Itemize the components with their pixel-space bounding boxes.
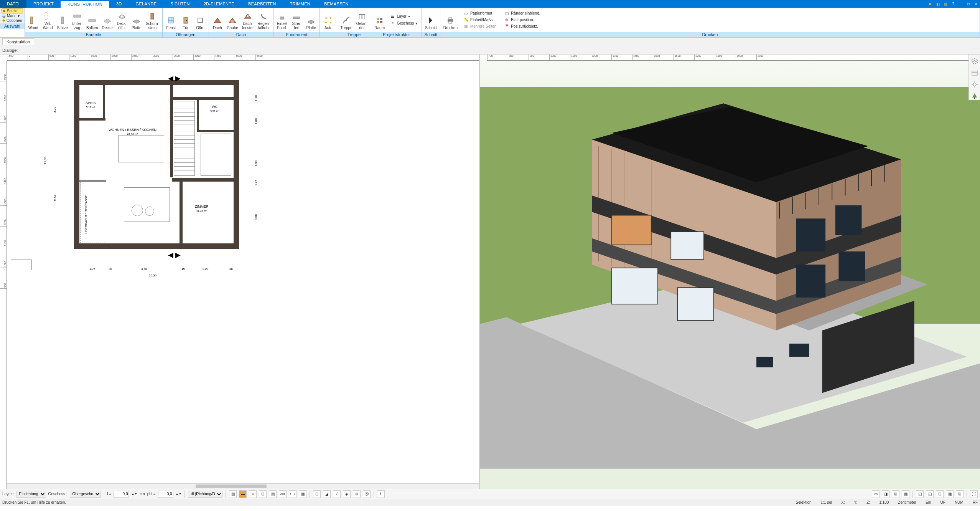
pos-reset-button[interactable]: 📍Pos zurücksetz.	[503, 23, 541, 30]
dim-btn[interactable]: ⟷	[289, 490, 296, 498]
menu-datei[interactable]: DATEI	[0, 0, 26, 8]
3d-pane[interactable]: 7008009001000110012001300140015001600170…	[480, 55, 980, 489]
regenrohr-button[interactable]: Regen- fallrohr	[256, 9, 272, 31]
fenster-button[interactable]: Fenst	[164, 9, 178, 31]
hatch-btn-3[interactable]: ≡	[249, 490, 257, 498]
dialoge-label: Dialoge:	[2, 48, 18, 53]
snap-btn-2[interactable]: ◢	[323, 490, 331, 498]
tuer-button[interactable]: Tür	[179, 9, 193, 31]
selekt-button[interactable]: ➤Selekt	[2, 8, 23, 13]
menu-gelaende[interactable]: GELÄNDE	[129, 0, 164, 8]
menu-trimmen[interactable]: TRIMMEN	[283, 0, 317, 8]
zoom-btn-4[interactable]: ▦	[946, 490, 954, 498]
tree-icon[interactable]	[971, 92, 978, 100]
zoom-btn-3[interactable]: ⊡	[936, 490, 944, 498]
auto-button[interactable]: Auto	[321, 9, 335, 31]
tool-icon-3[interactable]: ▦	[942, 0, 949, 8]
tool-icon-2[interactable]: ◧	[934, 0, 942, 8]
menu-3d[interactable]: 3D	[109, 0, 129, 8]
svg-point-80	[973, 83, 976, 86]
tool-icon[interactable]: ✖	[926, 0, 934, 8]
svg-rect-59	[612, 268, 658, 304]
hatch-btn-5[interactable]: ▤	[269, 490, 277, 498]
oeffnung-button[interactable]: Öffn.	[193, 9, 207, 31]
platte-button[interactable]: Platte	[130, 9, 143, 31]
streifen-button[interactable]: Strei- fen	[290, 9, 303, 31]
abc-btn[interactable]: Abc	[279, 490, 287, 498]
view-btn-1[interactable]: ▭	[872, 490, 880, 498]
zoom-btn-5[interactable]: ⊞	[956, 490, 964, 498]
raender-button[interactable]: ▢Ränder einblend.	[503, 10, 541, 17]
einzelfund-button[interactable]: Einzel Fund.	[275, 9, 289, 31]
schornstein-button[interactable]: Schorn- stein	[144, 9, 161, 31]
zoom-btn-2[interactable]: ◱	[926, 490, 934, 498]
snap-btn-4[interactable]: ◈	[343, 490, 351, 498]
orbit-icon[interactable]	[971, 81, 978, 88]
floorplan-canvas[interactable]: 11,00 3,20 6,72 10,50 1,75 36 4,68 15 3,…	[7, 61, 479, 489]
menu-projekt[interactable]: PROJEKT	[26, 0, 61, 8]
view-btn-4[interactable]: ▦	[902, 490, 909, 498]
help-icon[interactable]: ?	[949, 0, 957, 8]
blatt-button[interactable]: ⊕Blatt position.	[503, 17, 541, 23]
layer-select[interactable]: Einrichtung	[16, 491, 46, 498]
3d-viewport[interactable]	[480, 61, 980, 489]
snap-btn-5[interactable]: ⊕	[353, 490, 361, 498]
hatch-btn-4[interactable]: ⊟	[259, 490, 267, 498]
mehrere-seiten-button[interactable]: ▦Mehrere Seiten	[462, 23, 497, 30]
hatch-btn-1[interactable]: ▨	[229, 490, 237, 498]
menu-bemassen[interactable]: BEMASSEN	[317, 0, 356, 8]
virt-wand-button[interactable]: Virt. Wand	[41, 9, 55, 31]
hatch-btn-2[interactable]: ▬	[239, 490, 247, 498]
drucken-button[interactable]: Drucken	[442, 9, 459, 31]
expand-btn[interactable]: ⛶	[970, 490, 978, 498]
furniture-icon[interactable]	[971, 69, 978, 77]
fundplatte-button[interactable]: Platte	[304, 9, 318, 31]
layer-dropdown[interactable]: ☰Layer▾	[389, 13, 418, 20]
raum-button[interactable]: Raum	[373, 9, 387, 31]
view-btn-2[interactable]: ◨	[882, 490, 889, 498]
gelaender-button[interactable]: Gelän- der	[355, 9, 369, 31]
einheit-button[interactable]: 📏Einheit/Maßst.	[462, 17, 497, 23]
dach-button[interactable]: Dach	[211, 9, 224, 31]
geschoss-select[interactable]: Obergescho	[70, 491, 101, 498]
close-button[interactable]: ×	[972, 0, 980, 8]
scrollbar-horizontal[interactable]	[7, 483, 479, 489]
l-label: l =	[107, 492, 112, 496]
view-btn-3[interactable]: ⊞	[892, 490, 899, 498]
layers-icon[interactable]	[971, 58, 978, 65]
zoom-btn-1[interactable]: ◰	[916, 490, 924, 498]
info-btn[interactable]: ℹ	[377, 490, 385, 498]
maximize-button[interactable]: □	[965, 0, 972, 8]
svg-marker-23	[308, 20, 315, 24]
treppe-button[interactable]: Treppe	[339, 9, 354, 31]
phi-input[interactable]	[158, 491, 173, 498]
minimize-button[interactable]: −	[957, 0, 965, 8]
optionen-button[interactable]: ✚Optionen	[2, 18, 23, 23]
gaube-button[interactable]: Gaube	[225, 9, 240, 31]
direction-select[interactable]: dl (Richtung/Di	[188, 491, 222, 498]
snap-btn-n[interactable]: Ⓝ	[363, 490, 371, 498]
wand-button[interactable]: Wand	[26, 9, 40, 31]
unterzug-button[interactable]: Unter- zug	[70, 9, 84, 31]
schnitt-button[interactable]: Schnitt	[423, 9, 438, 31]
balken-button[interactable]: Balken	[85, 9, 100, 31]
grid-btn[interactable]: ▦	[299, 490, 306, 498]
menu-bearbeiten[interactable]: BEARBEITEN	[241, 0, 283, 8]
3d-side-panel	[968, 55, 980, 100]
mark-button[interactable]: ◎Mark.▾	[2, 14, 23, 18]
menu-konstruktion[interactable]: KONSTRUKTION	[61, 0, 109, 8]
papierformat-button[interactable]: ▭Papierformat	[462, 10, 497, 17]
dachfenster-button[interactable]: Dach- fenster	[240, 9, 255, 31]
stuetze-button[interactable]: Stütze	[56, 9, 69, 31]
snap-btn-3[interactable]: ∠	[333, 490, 341, 498]
l-input[interactable]	[114, 491, 129, 498]
floorplan-pane[interactable]: -500050010001500200025003000350040004500…	[0, 55, 480, 489]
decke-button[interactable]: Decke	[100, 9, 114, 31]
menu-sichten[interactable]: SICHTEN	[163, 0, 196, 8]
geschoss-dropdown[interactable]: ≡Geschoss▾	[389, 20, 418, 26]
tab-konstruktion[interactable]: Konstruktion	[2, 38, 34, 45]
snap-btn-1[interactable]: ⊡	[313, 490, 321, 498]
menu-2delemente[interactable]: 2D-ELEMENTE	[197, 0, 241, 8]
door-icon	[181, 16, 190, 25]
deckoeffn-button[interactable]: Deck- öffn.	[115, 9, 129, 31]
